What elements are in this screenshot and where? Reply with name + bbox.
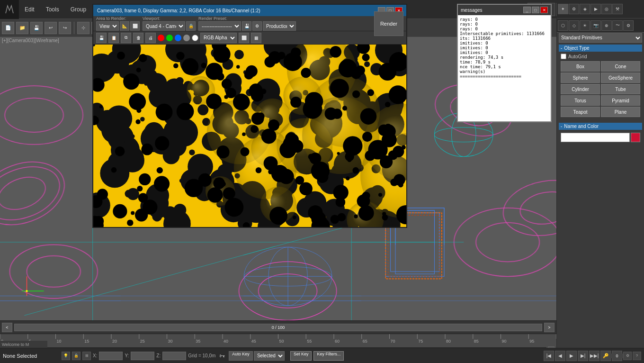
area-btn1[interactable]: 📐: [120, 21, 129, 31]
messages-close-btn[interactable]: ✕: [540, 7, 548, 13]
tube-button[interactable]: Tube: [601, 84, 640, 94]
lights-icon[interactable]: ☀: [580, 20, 590, 31]
object-type-section: - Object Type AutoGrid Box Cone Sphere G…: [557, 43, 644, 121]
name-collapse-btn[interactable]: -: [561, 124, 562, 129]
utilities-icon[interactable]: ⚒: [612, 4, 623, 14]
render-title: Camera003, frame 0, Display Gamma: 2,2, …: [97, 8, 260, 13]
pyramid-button[interactable]: Pyramid: [601, 95, 640, 106]
menu-bar: Edit Tools Group: [19, 0, 92, 19]
production-dropdown[interactable]: Production: [263, 21, 296, 31]
y-label: Y:: [125, 353, 129, 358]
preset-settings-btn[interactable]: ⚙: [252, 21, 262, 31]
render-preset-section: Render Preset: -------------------- 💾 ⚙ …: [198, 16, 296, 31]
goto-start-btn[interactable]: |◀: [544, 351, 554, 361]
toggle-split-btn[interactable]: ⬜: [239, 33, 249, 43]
light-icon[interactable]: 💡: [62, 352, 70, 360]
channel-dropdown[interactable]: RGB Alpha: [200, 33, 237, 43]
green-channel-dot[interactable]: [166, 35, 173, 41]
autogrid-checkbox[interactable]: [561, 54, 566, 59]
viewport-dropdown[interactable]: Quad 4 - Camera(: [143, 21, 185, 31]
progress-bar-container[interactable]: 0 / 100: [14, 324, 542, 331]
undo-btn[interactable]: ↩: [45, 22, 57, 34]
app-logo: [0, 0, 19, 19]
helpers-icon[interactable]: ⊕: [601, 20, 612, 31]
tl-next-btn[interactable]: >: [544, 323, 555, 332]
red-channel-dot[interactable]: [158, 35, 164, 41]
cameras-icon[interactable]: 📷: [590, 20, 601, 31]
auto-key-button[interactable]: Auto Key: [229, 351, 253, 361]
render-button[interactable]: Render: [374, 11, 403, 36]
spacewarps-icon[interactable]: 〜: [612, 20, 623, 31]
messages-maximize-btn[interactable]: □: [532, 7, 539, 13]
snap-icon[interactable]: ⊞: [82, 352, 91, 360]
alpha-channel-dot[interactable]: [183, 35, 190, 41]
area-btn2[interactable]: ⬜: [130, 21, 140, 31]
color-swatch[interactable]: [631, 133, 640, 142]
std-primitives-dropdown[interactable]: Standard Primitives: [559, 33, 642, 43]
help-status-btn[interactable]: ?: [633, 352, 641, 360]
white-channel-dot[interactable]: [192, 35, 198, 41]
teapot-button[interactable]: Teapot: [561, 107, 600, 117]
y-input[interactable]: [131, 352, 154, 360]
key-mode-btn[interactable]: 🔑: [600, 351, 611, 361]
x-input[interactable]: [99, 352, 123, 360]
key-filters-button[interactable]: Key Filters...: [313, 351, 344, 361]
systems-icon[interactable]: ⚙: [623, 20, 634, 31]
sphere-button[interactable]: Sphere: [561, 73, 600, 83]
toolbar-separator-1: [74, 22, 74, 34]
prev-frame-btn[interactable]: ◀: [555, 351, 565, 361]
messages-minimize-btn[interactable]: _: [523, 7, 531, 13]
welcome-text: Welcome to M: [2, 342, 29, 347]
frame-input[interactable]: [610, 354, 624, 358]
area-dropdown[interactable]: View: [96, 21, 119, 31]
timeline-ruler: [0, 334, 556, 345]
set-key-button[interactable]: Set Key: [290, 351, 312, 361]
select-btn[interactable]: ⊹: [77, 22, 89, 34]
z-input[interactable]: [162, 352, 186, 360]
motion-icon[interactable]: ▶: [590, 4, 601, 14]
preset-dropdown[interactable]: --------------------: [198, 21, 241, 31]
preset-save-btn[interactable]: 💾: [242, 21, 251, 31]
new-btn[interactable]: 📄: [2, 22, 14, 34]
cylinder-button[interactable]: Cylinder: [561, 84, 600, 94]
toggle-view-btn[interactable]: ▦: [251, 33, 261, 43]
lock-status-icon[interactable]: 🔒: [72, 352, 80, 360]
config-btn[interactable]: ⚙: [623, 352, 632, 360]
plane-button[interactable]: Plane: [601, 107, 640, 117]
save-btn[interactable]: 💾: [30, 22, 43, 34]
frame-input-btn[interactable]: [612, 351, 622, 361]
blue-channel-dot[interactable]: [175, 35, 181, 41]
box-button[interactable]: Box: [561, 61, 600, 72]
object-name-input[interactable]: [561, 133, 630, 142]
menu-tools[interactable]: Tools: [40, 0, 65, 19]
create-icon[interactable]: ✦: [558, 4, 568, 14]
tl-prev-btn[interactable]: <: [2, 323, 12, 332]
clear-btn[interactable]: 🗑: [133, 33, 143, 43]
cone-button[interactable]: Cone: [601, 61, 640, 72]
lock-btn[interactable]: 🔒: [186, 21, 196, 31]
menu-group[interactable]: Group: [65, 0, 92, 19]
menu-edit[interactable]: Edit: [19, 0, 40, 19]
selected-dropdown[interactable]: Selected: [254, 351, 285, 361]
save-image-btn[interactable]: 💾: [96, 33, 107, 43]
modify-icon[interactable]: ⚙: [569, 4, 579, 14]
key-icon[interactable]: 🗝: [217, 351, 227, 361]
torus-button[interactable]: Torus: [561, 95, 600, 106]
goto-end-btn[interactable]: ▶▶|: [589, 351, 599, 361]
collapse-btn[interactable]: -: [561, 45, 562, 51]
clone-view-btn[interactable]: ⧉: [121, 33, 131, 43]
copy-image-btn[interactable]: 📋: [108, 33, 119, 43]
print-btn[interactable]: 🖨: [145, 33, 156, 43]
render-canvas: [93, 45, 406, 227]
hierarchy-icon[interactable]: ◈: [580, 4, 590, 14]
redo-btn[interactable]: ↪: [59, 22, 71, 34]
play-btn[interactable]: ▶: [566, 351, 577, 361]
grid-label: Grid = 10,0m: [188, 353, 215, 358]
name-color-label: Name and Color: [564, 124, 599, 129]
open-btn[interactable]: 📁: [16, 22, 28, 34]
next-frame-btn[interactable]: ▶|: [578, 351, 588, 361]
display-icon[interactable]: ◎: [601, 4, 612, 14]
geometry-icon[interactable]: ⬡: [558, 20, 568, 31]
geosphere-button[interactable]: GeoSphere: [601, 73, 640, 83]
shapes-icon[interactable]: ◇: [569, 20, 579, 31]
